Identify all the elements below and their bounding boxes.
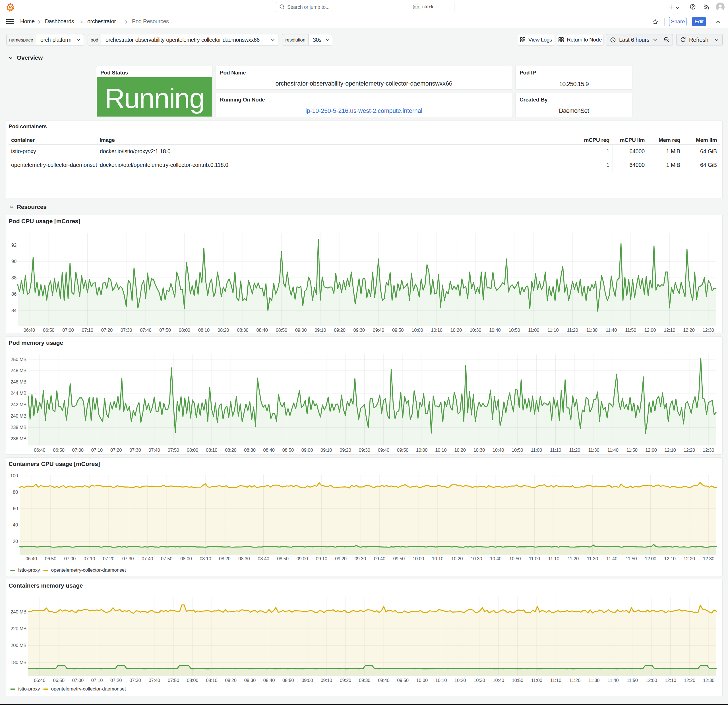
svg-text:60: 60 [13,506,18,511]
svg-text:08:10: 08:10 [206,447,217,453]
svg-text:07:30: 07:30 [129,678,141,683]
svg-text:06:40: 06:40 [34,447,45,453]
svg-text:09:00: 09:00 [302,678,313,683]
svg-text:11:20: 11:20 [568,556,579,561]
svg-text:180 MB: 180 MB [10,660,26,665]
svg-text:09:50: 09:50 [392,327,403,333]
svg-text:10:50: 10:50 [511,447,523,453]
svg-text:07:50: 07:50 [168,447,179,453]
svg-text:07:40: 07:40 [149,678,160,683]
svg-text:08:50: 08:50 [276,327,287,333]
svg-text:10:50: 10:50 [509,556,521,561]
svg-text:09:40: 09:40 [373,327,384,333]
svg-text:07:10: 07:10 [91,678,103,683]
svg-text:07:00: 07:00 [72,678,84,683]
svg-text:07:20: 07:20 [110,678,122,683]
svg-text:84: 84 [12,308,16,313]
svg-text:10:30: 10:30 [474,678,485,683]
svg-text:11:40: 11:40 [607,447,618,453]
svg-text:11:10: 11:10 [548,556,559,561]
svg-text:12:20: 12:20 [684,447,695,453]
svg-text:248 MB: 248 MB [10,368,26,373]
svg-text:07:30: 07:30 [121,327,132,333]
svg-text:11:40: 11:40 [606,556,617,561]
svg-text:10:50: 10:50 [508,327,520,333]
svg-text:11:30: 11:30 [588,447,599,453]
svg-text:09:00: 09:00 [296,556,308,561]
svg-text:07:10: 07:10 [82,327,93,333]
svg-text:11:50: 11:50 [627,447,638,453]
svg-text:10:00: 10:00 [412,327,423,333]
svg-text:07:30: 07:30 [129,447,141,453]
svg-text:09:10: 09:10 [321,447,332,453]
svg-text:238 MB: 238 MB [10,425,26,430]
svg-text:08:40: 08:40 [263,678,275,683]
svg-text:10:10: 10:10 [431,327,442,333]
svg-text:10:20: 10:20 [454,678,466,683]
svg-text:10:00: 10:00 [416,447,428,453]
svg-text:09:30: 09:30 [354,327,365,333]
svg-text:07:50: 07:50 [168,678,179,683]
svg-text:12:20: 12:20 [684,678,695,683]
svg-text:09:40: 09:40 [378,447,389,453]
svg-text:09:30: 09:30 [355,556,366,561]
svg-text:11:40: 11:40 [607,678,618,683]
svg-text:246 MB: 246 MB [10,379,26,384]
svg-text:10:40: 10:40 [493,678,504,683]
svg-text:07:50: 07:50 [161,556,172,561]
svg-text:09:40: 09:40 [378,678,389,683]
svg-text:10:30: 10:30 [474,447,485,453]
svg-text:244 MB: 244 MB [10,391,26,396]
svg-text:10:10: 10:10 [435,447,446,453]
svg-text:08:10: 08:10 [198,327,209,333]
svg-text:10:40: 10:40 [489,327,501,333]
svg-text:07:20: 07:20 [110,447,122,453]
svg-text:09:20: 09:20 [339,447,351,453]
svg-text:10:50: 10:50 [512,678,523,683]
svg-text:09:10: 09:10 [321,678,332,683]
svg-text:07:00: 07:00 [72,447,84,453]
svg-text:12:30: 12:30 [703,447,714,453]
svg-text:08:20: 08:20 [218,327,229,333]
svg-text:12:30: 12:30 [703,678,714,683]
svg-text:08:50: 08:50 [282,447,294,453]
svg-text:08:20: 08:20 [225,447,236,453]
svg-text:11:30: 11:30 [587,556,598,561]
svg-text:06:50: 06:50 [45,556,56,561]
svg-text:10:10: 10:10 [432,556,443,561]
svg-text:11:10: 11:10 [547,327,559,333]
svg-text:08:20: 08:20 [219,556,230,561]
svg-text:07:10: 07:10 [84,556,95,561]
svg-text:236 MB: 236 MB [10,436,26,441]
svg-text:11:50: 11:50 [625,556,637,561]
svg-text:09:50: 09:50 [397,447,408,453]
svg-text:06:40: 06:40 [34,678,45,683]
svg-text:11:00: 11:00 [531,678,542,683]
svg-text:220 MB: 220 MB [10,626,26,631]
svg-text:10:20: 10:20 [451,556,463,561]
svg-text:07:40: 07:40 [142,556,153,561]
svg-text:10:30: 10:30 [470,327,481,333]
svg-text:08:40: 08:40 [256,327,267,333]
svg-text:12:00: 12:00 [644,327,656,333]
svg-text:07:00: 07:00 [64,556,76,561]
svg-text:10:20: 10:20 [451,327,462,333]
svg-text:07:10: 07:10 [91,447,103,453]
svg-text:09:30: 09:30 [359,678,370,683]
svg-text:08:20: 08:20 [225,678,236,683]
svg-text:07:40: 07:40 [149,447,160,453]
svg-text:10:10: 10:10 [435,678,447,683]
svg-text:10:00: 10:00 [413,556,424,561]
svg-text:10:40: 10:40 [493,447,504,453]
svg-text:06:40: 06:40 [24,327,35,333]
svg-text:92: 92 [12,242,16,248]
svg-text:11:00: 11:00 [531,447,542,453]
svg-text:07:40: 07:40 [140,327,151,333]
svg-text:12:10: 12:10 [664,447,676,453]
svg-text:09:00: 09:00 [295,327,306,333]
svg-text:11:50: 11:50 [627,678,638,683]
svg-text:09:10: 09:10 [315,327,326,333]
svg-text:09:20: 09:20 [340,678,351,683]
svg-text:08:10: 08:10 [199,556,211,561]
svg-text:11:50: 11:50 [625,327,636,333]
